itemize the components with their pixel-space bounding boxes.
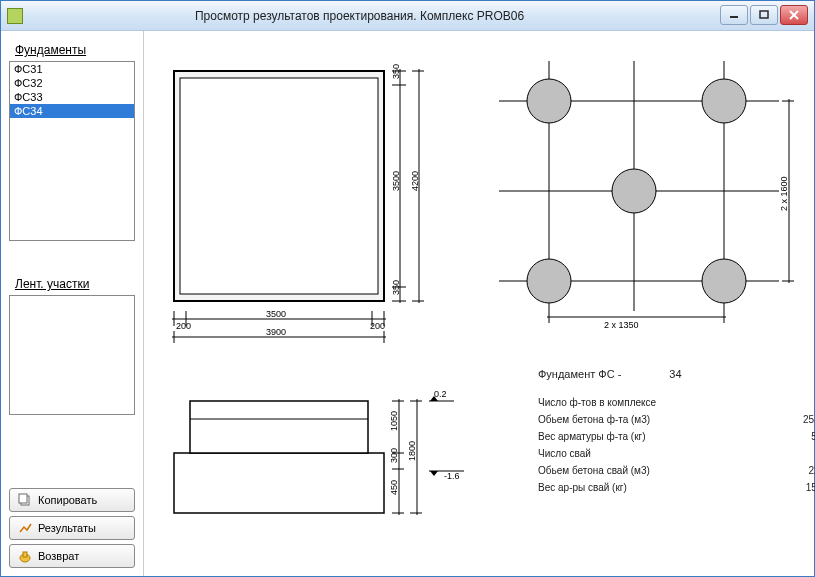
svg-point-33 bbox=[702, 79, 746, 123]
button-label: Копировать bbox=[38, 494, 97, 506]
info-row: Обьем бетона ф-та (м3)25.03 bbox=[538, 411, 815, 428]
info-value: 1 bbox=[768, 397, 815, 408]
foundations-listbox[interactable]: ФС31ФС32ФС33ФС34 bbox=[9, 61, 135, 241]
dim-label: 1050 bbox=[389, 411, 399, 431]
dim-label: 4200 bbox=[410, 171, 420, 191]
elev-mark: 0.2 bbox=[434, 389, 447, 399]
copy-icon bbox=[18, 493, 32, 507]
list-item[interactable]: ФС31 bbox=[10, 62, 134, 76]
results-button[interactable]: Результаты bbox=[9, 516, 135, 540]
svg-rect-5 bbox=[19, 494, 27, 503]
dim-label: 3900 bbox=[266, 327, 286, 337]
info-row: Вес арматуры ф-та (кг)515 bbox=[538, 428, 815, 445]
info-value: 515 bbox=[768, 431, 815, 442]
svg-point-34 bbox=[612, 169, 656, 213]
plan-view: 200 3500 200 3900 350 3500 350 bbox=[172, 64, 424, 343]
info-label: Число ф-тов в комплексе bbox=[538, 397, 656, 408]
window-title: Просмотр результатов проектирования. Ком… bbox=[31, 9, 808, 23]
svg-rect-1 bbox=[760, 11, 768, 18]
dim-label: 350 bbox=[391, 280, 401, 295]
info-label: Число свай bbox=[538, 448, 591, 459]
info-panel: Фундамент ФС - 34 Число ф-тов в комплекс… bbox=[538, 368, 815, 496]
list-item[interactable]: ФС33 bbox=[10, 90, 134, 104]
info-row: Число ф-тов в комплексе1 bbox=[538, 394, 815, 411]
info-label: Обьем бетона свай (м3) bbox=[538, 465, 650, 476]
dim-label: 3500 bbox=[391, 171, 401, 191]
pile-layout: 2 x 1350 2 x 1600 bbox=[499, 61, 794, 330]
dim-label: 300 bbox=[389, 448, 399, 463]
svg-rect-7 bbox=[23, 552, 27, 557]
list-item[interactable]: ФС34 bbox=[10, 104, 134, 118]
button-label: Возврат bbox=[38, 550, 79, 562]
info-heading-prefix: Фундамент ФС - bbox=[538, 368, 621, 380]
svg-point-36 bbox=[702, 259, 746, 303]
sidebar: Фундаменты ФС31ФС32ФС33ФС34 Лент. участк… bbox=[1, 31, 144, 576]
back-button[interactable]: Возврат bbox=[9, 544, 135, 568]
info-label: Вес арматуры ф-та (кг) bbox=[538, 431, 646, 442]
info-row: Число свай5 bbox=[538, 445, 815, 462]
info-value: 1506 bbox=[768, 482, 815, 493]
info-label: Вес ар-ры свай (кг) bbox=[538, 482, 627, 493]
dim-label: 3500 bbox=[266, 309, 286, 319]
minimize-button[interactable] bbox=[720, 5, 748, 25]
elev-mark: -1.6 bbox=[444, 471, 460, 481]
maximize-button[interactable] bbox=[750, 5, 778, 25]
svg-marker-57 bbox=[430, 471, 438, 476]
drawing-area: 200 3500 200 3900 350 3500 350 bbox=[144, 31, 814, 576]
dim-label: 200 bbox=[176, 321, 191, 331]
info-heading-num: 34 bbox=[669, 368, 681, 380]
info-row: Вес ар-ры свай (кг)1506 bbox=[538, 479, 815, 496]
info-value: 5 bbox=[768, 448, 815, 459]
dim-label: 200 bbox=[370, 321, 385, 331]
close-button[interactable] bbox=[780, 5, 808, 25]
info-value: 22.6 bbox=[768, 465, 815, 476]
titlebar: Просмотр результатов проектирования. Ком… bbox=[1, 1, 814, 31]
list-item[interactable]: ФС32 bbox=[10, 76, 134, 90]
strip-listbox[interactable] bbox=[9, 295, 135, 415]
info-row: Обьем бетона свай (м3)22.6 bbox=[538, 462, 815, 479]
info-label: Обьем бетона ф-та (м3) bbox=[538, 414, 650, 425]
svg-rect-44 bbox=[190, 401, 368, 453]
dim-label: 2 x 1600 bbox=[779, 176, 789, 211]
dim-label: 1800 bbox=[407, 441, 417, 461]
button-label: Результаты bbox=[38, 522, 96, 534]
results-icon bbox=[18, 521, 32, 535]
dim-label: 450 bbox=[389, 480, 399, 495]
info-value: 25.03 bbox=[768, 414, 815, 425]
dim-label: 2 x 1350 bbox=[604, 320, 639, 330]
sidebar-heading-strip: Лент. участки bbox=[15, 277, 135, 291]
app-icon bbox=[7, 8, 23, 24]
svg-rect-9 bbox=[180, 78, 378, 294]
sidebar-heading-foundations: Фундаменты bbox=[15, 43, 135, 57]
svg-point-32 bbox=[527, 79, 571, 123]
dim-label: 350 bbox=[391, 64, 401, 79]
copy-button[interactable]: Копировать bbox=[9, 488, 135, 512]
svg-point-35 bbox=[527, 259, 571, 303]
svg-rect-43 bbox=[174, 453, 384, 513]
back-icon bbox=[18, 549, 32, 563]
elevation-view: 1050 300 450 1800 0.2 -1.6 bbox=[174, 389, 464, 515]
